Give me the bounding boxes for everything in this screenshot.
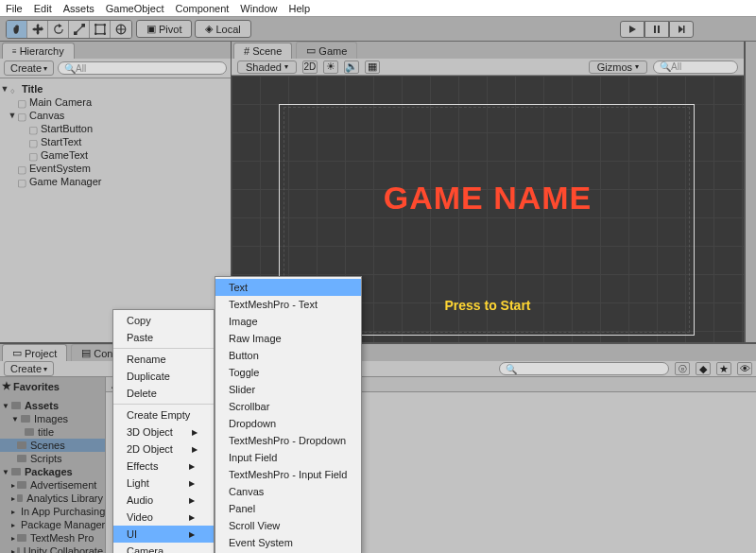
ctx-item-label: 2D Object <box>127 443 173 455</box>
ui-dropdown[interactable]: Dropdown <box>215 415 361 432</box>
ctx-copy[interactable]: Copy <box>113 312 214 329</box>
package-item[interactable]: ▸Advertisement <box>0 478 105 492</box>
ctx-duplicate[interactable]: Duplicate <box>113 368 214 385</box>
package-item[interactable]: ▸Unity Collaborate <box>0 544 105 553</box>
package-item[interactable]: ▸TextMesh Pro <box>0 531 105 544</box>
hierarchy-item[interactable]: ▢Main Camera <box>0 95 231 109</box>
package-item[interactable]: ▸Analytics Library <box>0 492 105 505</box>
pause-button[interactable] <box>644 21 669 38</box>
menu-assets[interactable]: Assets <box>63 3 94 14</box>
scene-root[interactable]: ▼⬨Title <box>0 82 231 95</box>
favorite-icon[interactable]: ★ <box>716 362 731 375</box>
menu-edit[interactable]: Edit <box>34 3 52 14</box>
scene-label: Title <box>22 83 43 95</box>
ctx-3d-object[interactable]: 3D Object▶ <box>113 423 214 441</box>
audio-toggle[interactable]: 🔉 <box>344 60 359 74</box>
ui-tmp-input-field[interactable]: TextMeshPro - Input Field <box>215 466 361 483</box>
step-button[interactable] <box>669 21 694 38</box>
ui-canvas[interactable]: Canvas <box>215 483 361 500</box>
ctx-video[interactable]: Video▶ <box>113 509 214 526</box>
ui-panel[interactable]: Panel <box>215 500 361 517</box>
ui-image[interactable]: Image <box>215 313 361 330</box>
ui-event-system[interactable]: Event System <box>215 534 361 551</box>
ctx-item-label: Button <box>229 350 259 361</box>
hierarchy-item[interactable]: ▢StartButton <box>0 122 231 135</box>
ctx-camera[interactable]: Camera <box>113 543 214 553</box>
node-label: StartText <box>41 136 81 147</box>
pivot-toggle[interactable]: ▣Pivot <box>136 20 192 38</box>
hierarchy-item[interactable]: ▢StartText <box>0 135 231 148</box>
hierarchy-tab[interactable]: ≡Hierarchy <box>2 43 75 59</box>
filter-icon-2[interactable]: ◆ <box>696 362 711 375</box>
hierarchy-item[interactable]: ▢EventSystem <box>0 162 231 175</box>
ui-toggle[interactable]: Toggle <box>215 364 361 381</box>
play-button[interactable] <box>620 21 644 38</box>
folder-icon <box>17 494 23 502</box>
ctx-create-empty[interactable]: Create Empty <box>113 404 214 423</box>
menu-help[interactable]: Help <box>288 3 310 14</box>
ui-input-field[interactable]: Input Field <box>215 449 361 466</box>
package-item[interactable]: ▸In App Purchasing <box>0 505 105 518</box>
ui-scroll-view[interactable]: Scroll View <box>215 517 361 534</box>
project-folder[interactable]: Scripts <box>0 452 105 465</box>
hierarchy-item[interactable]: ▢Game Manager <box>0 175 231 188</box>
ui-raw-image[interactable]: Raw Image <box>215 330 361 347</box>
chevron-down-icon: ▾ <box>635 62 639 71</box>
scene-tab[interactable]: #Scene <box>233 43 292 59</box>
package-label: In App Purchasing <box>21 506 105 517</box>
move-tool[interactable] <box>27 21 48 38</box>
hierarchy-create-button[interactable]: Create▾ <box>4 60 54 76</box>
svg-rect-9 <box>658 26 660 33</box>
project-folder[interactable]: ▼Images <box>0 412 105 425</box>
hierarchy-search[interactable]: 🔍All <box>58 61 227 75</box>
hidden-icon[interactable]: 👁 <box>737 362 752 375</box>
ctx-paste[interactable]: Paste <box>113 329 214 346</box>
search-icon: 🔍 <box>506 364 517 374</box>
ctx-audio[interactable]: Audio▶ <box>113 492 214 509</box>
ui-slider[interactable]: Slider <box>215 381 361 398</box>
mode-2d-toggle[interactable]: 2D <box>302 60 318 74</box>
game-tab[interactable]: ▭Game <box>296 42 357 59</box>
menu-window[interactable]: Window <box>240 3 277 14</box>
submenu-arrow-icon: ▶ <box>189 479 195 488</box>
menu-component[interactable]: Component <box>175 3 229 14</box>
ctx-light[interactable]: Light▶ <box>113 475 214 492</box>
rotate-tool[interactable] <box>48 21 69 38</box>
assets-root[interactable]: ▼Assets <box>0 399 105 412</box>
hierarchy-item[interactable]: ▢GameText <box>0 148 231 162</box>
ui-tmp-text[interactable]: TextMeshPro - Text <box>215 296 361 313</box>
create-label: Create <box>10 62 42 74</box>
project-create-button[interactable]: Create▾ <box>4 361 54 376</box>
ctx-delete[interactable]: Delete <box>113 385 214 402</box>
filter-icon-1[interactable]: ⦾ <box>675 362 690 375</box>
gameobject-icon: ▢ <box>17 177 26 186</box>
hierarchy-item[interactable]: ▼▢Canvas <box>0 109 231 122</box>
scene-search[interactable]: 🔍All <box>653 60 738 74</box>
ui-tmp-dropdown[interactable]: TextMeshPro - Dropdown <box>215 432 361 449</box>
hand-tool[interactable] <box>7 21 27 38</box>
ctx-effects[interactable]: Effects▶ <box>113 458 214 475</box>
rect-tool[interactable] <box>90 21 111 38</box>
shading-dropdown[interactable]: Shaded▾ <box>237 60 297 74</box>
menu-gameobject[interactable]: GameObject <box>106 3 164 14</box>
scale-tool[interactable] <box>69 21 90 38</box>
local-toggle[interactable]: ◈Local <box>195 20 250 38</box>
ui-button[interactable]: Button <box>215 347 361 364</box>
packages-root[interactable]: ▼Packages <box>0 465 105 478</box>
ui-text[interactable]: Text <box>215 279 361 296</box>
project-search[interactable]: 🔍 <box>499 362 669 375</box>
lighting-toggle[interactable]: ☀ <box>323 60 338 74</box>
package-item[interactable]: ▸Package Manager UI <box>0 518 105 531</box>
project-folder-selected[interactable]: Scenes <box>0 439 105 452</box>
ctx-2d-object[interactable]: 2D Object▶ <box>113 441 214 458</box>
gizmos-dropdown[interactable]: Gizmos▾ <box>589 60 647 74</box>
inspector-collapsed[interactable] <box>745 42 756 342</box>
ctx-ui[interactable]: UI▶ <box>113 526 214 543</box>
project-tab[interactable]: ▭Project <box>2 344 67 361</box>
project-folder[interactable]: title <box>0 425 105 439</box>
ui-scrollbar[interactable]: Scrollbar <box>215 398 361 415</box>
effects-toggle[interactable]: ▦ <box>365 60 380 74</box>
unified-tool[interactable] <box>111 21 131 38</box>
menu-file[interactable]: File <box>6 3 23 14</box>
favorites-root[interactable]: ★Favorites <box>0 379 105 393</box>
